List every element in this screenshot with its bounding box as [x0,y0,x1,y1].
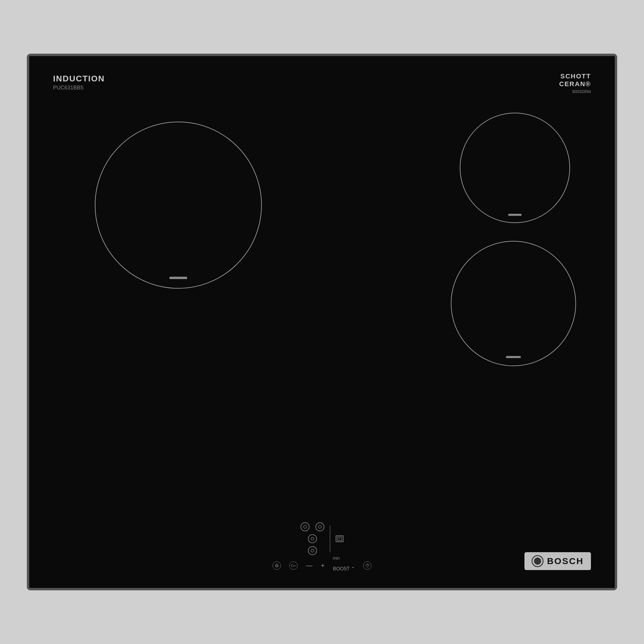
power-button[interactable]: ⏻ [273,561,281,570]
zone-icon-center[interactable] [308,534,317,543]
zone-icon-bottom[interactable] [308,546,317,555]
minus-label[interactable]: — [306,562,312,569]
timer-display-icon [336,535,343,542]
plus-label[interactable]: + [321,562,325,569]
timer-item[interactable]: ⏱ [363,561,371,570]
power-icon: ⏻ [275,563,278,568]
boost-label[interactable]: BOOST ⌃ [333,566,355,572]
child-lock-button[interactable]: C∞ [289,561,298,570]
schott-text: SCHOTT [561,72,591,80]
child-lock-item[interactable]: C∞ [289,561,298,570]
upper-icons [301,522,343,555]
cooktop-outer: INDUCTION PUC631BB5 SCHOTT CERAN® 800328… [27,54,617,590]
timer-icon: ⏱ [365,563,369,568]
zone-icon-top-right[interactable] [315,522,324,531]
model-label: PUC631BB5 [53,85,105,91]
svg-point-2 [311,537,314,540]
power-button-item[interactable]: ⏻ [273,561,281,570]
bosch-inner-circle [534,558,541,565]
svg-point-0 [304,525,306,528]
burner-top-right [460,113,570,223]
svg-point-1 [318,525,321,528]
button-strip: ⏻ C∞ — + min BOOST ⌃ [273,559,371,572]
control-separator [330,525,330,552]
burner-bottom-right [451,241,576,366]
burner-left-large [95,122,262,289]
svg-rect-4 [338,537,342,541]
induction-label: INDUCTION [53,74,105,83]
minus-item[interactable]: — [306,562,312,569]
svg-point-3 [311,549,314,552]
min-label: min [333,556,340,561]
ceran-text: CERAN® [559,80,591,88]
zone-icon-top-left[interactable] [301,522,309,531]
glass-brand: SCHOTT CERAN® 80032894 [559,72,591,94]
bosch-logo: BOSCH [524,552,591,570]
plus-item[interactable]: + [321,562,325,569]
boost-item[interactable]: min BOOST ⌃ [333,559,355,572]
icon-row-top [301,522,324,531]
zone-selector-icons [301,522,324,555]
glass-model: 80032894 [572,89,591,94]
bosch-brand-name: BOSCH [547,556,584,566]
timer-button[interactable]: ⏱ [363,561,371,570]
cooktop-surface: INDUCTION PUC631BB5 SCHOTT CERAN® 800328… [29,56,615,588]
top-left-label: INDUCTION PUC631BB5 [53,74,105,91]
timer-lock-icons [336,535,343,542]
top-right-label: SCHOTT CERAN® 80032894 [559,72,591,94]
bosch-circle-icon [532,555,544,567]
control-panel: ⏻ C∞ — + min BOOST ⌃ [273,522,371,572]
